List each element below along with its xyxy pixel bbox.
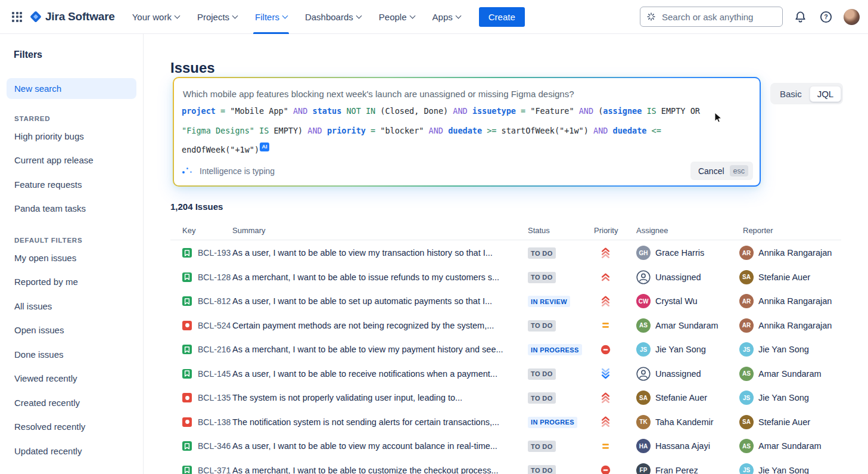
issue-row-bcl-135[interactable]: BCL-135The system is not properly valida… <box>170 386 841 410</box>
priority-highest-icon <box>601 247 636 259</box>
person-name: Stefanie Auer <box>758 272 810 282</box>
assignee-cell: FPFran Perez <box>636 463 739 474</box>
sidebar-item-created-recently[interactable]: Created recently <box>0 391 143 415</box>
column-header-status: Status <box>528 226 550 235</box>
column-header-reporter: Reporter <box>743 226 773 235</box>
avatar: SA <box>636 391 651 405</box>
priority-lowest-icon <box>601 368 636 379</box>
avatar: AR <box>739 246 754 260</box>
mode-option-basic[interactable]: Basic <box>772 86 810 102</box>
sidebar-item-my-open-issues[interactable]: My open issues <box>0 246 143 270</box>
cancel-button[interactable]: Cancel esc <box>690 162 753 180</box>
sidebar-item-viewed-recently[interactable]: Viewed recently <box>0 367 143 391</box>
nav-item-filters[interactable]: Filters <box>246 0 296 34</box>
sidebar-title: Filters <box>14 49 143 60</box>
mode-option-jql[interactable]: JQL <box>810 86 842 102</box>
issue-summary: As a merchant, I want to be able to view… <box>232 345 528 354</box>
nav-item-apps[interactable]: Apps <box>424 0 469 34</box>
person-name: Annika Rangarajan <box>758 248 832 258</box>
key-cell: BCL-135 <box>182 393 232 402</box>
jql-line: endOfWeek("+1w")AI <box>182 140 750 160</box>
assignee-cell: CWCrystal Wu <box>636 294 739 308</box>
sidebar-item-high-priority-bugs[interactable]: High priority bugs <box>0 124 143 148</box>
issue-count: 1,204 Issues <box>170 202 223 212</box>
sidebar-item-new-search[interactable]: New search <box>7 78 136 99</box>
nav-item-people[interactable]: People <box>370 0 424 34</box>
natural-language-prompt: Which mobile app features blocking next … <box>183 89 750 99</box>
issue-summary: The notification system is not sending a… <box>232 417 528 427</box>
priority-medium-icon <box>601 441 636 451</box>
avatar: SA <box>739 415 754 429</box>
issue-row-bcl-216[interactable]: BCL-216As a merchant, I want to be able … <box>170 337 841 362</box>
assignee-cell: JSJie Yan Song <box>636 342 739 357</box>
person-name: Taha Kandemir <box>655 417 714 427</box>
nav-item-your-work[interactable]: Your work <box>123 0 188 34</box>
issue-row-bcl-524[interactable]: BCL-524Certain payment methods are not b… <box>170 314 841 338</box>
user-avatar[interactable] <box>844 9 860 25</box>
global-search[interactable] <box>640 7 783 27</box>
bug-type-icon <box>182 417 192 427</box>
nav-item-dashboards[interactable]: Dashboards <box>296 0 370 34</box>
issue-summary: Certain payment methods are not being re… <box>232 321 528 330</box>
issue-row-bcl-346[interactable]: BCL-346As a user, I want to be able to v… <box>170 434 841 458</box>
app-switcher-icon[interactable] <box>12 12 22 22</box>
help-button[interactable]: ? <box>818 9 834 25</box>
issue-key: BCL-346 <box>198 441 231 451</box>
jql-editor[interactable]: Which mobile app features blocking next … <box>174 78 760 185</box>
chevron-down-icon <box>174 13 180 18</box>
sidebar-item-open-issues[interactable]: Open issues <box>0 318 143 343</box>
issue-summary: As a user, I want to be able to view my … <box>232 441 528 451</box>
assignee-cell: TKTaha Kandemir <box>636 415 739 429</box>
search-input[interactable] <box>661 11 776 23</box>
person-name: Annika Rangarajan <box>758 296 832 306</box>
sidebar-item-resolved-recently[interactable]: Resolved recently <box>0 415 143 439</box>
nav-item-label: Projects <box>197 12 229 22</box>
notifications-button[interactable] <box>792 9 808 25</box>
issue-key: BCL-135 <box>198 393 231 402</box>
sidebar-item-done-issues[interactable]: Done issues <box>0 342 143 367</box>
jira-diamond-icon <box>30 11 42 23</box>
issue-key: BCL-216 <box>198 345 231 354</box>
sidebar-item-feature-requests[interactable]: Feature requests <box>0 172 143 197</box>
jql-code: project = "Mobile App" AND status NOT IN… <box>182 101 750 160</box>
sidebar-item-current-app-release[interactable]: Current app release <box>0 148 143 173</box>
key-cell: BCL-138 <box>182 417 232 427</box>
sidebar-item-reported-by-me[interactable]: Reported by me <box>0 270 143 295</box>
person-name: Amar Sundaram <box>758 441 822 451</box>
reporter-cell: JSJie Yan Song <box>739 391 841 405</box>
status-badge: TO DO <box>528 465 556 474</box>
ai-cursor-badge: AI <box>260 142 269 151</box>
reporter-cell: ARAnnika Rangarajan <box>739 294 841 308</box>
issue-row-bcl-128[interactable]: BCL-128As a merchant, I want to be able … <box>170 265 841 290</box>
issue-row-bcl-812[interactable]: BCL-812As a user, I want to be able to s… <box>170 289 841 314</box>
issue-key: BCL-138 <box>198 417 231 427</box>
issue-row-bcl-138[interactable]: BCL-138The notification system is not se… <box>170 410 841 435</box>
sidebar-item-updated-recently[interactable]: Updated recently <box>0 439 143 463</box>
status-badge: TO DO <box>528 320 556 332</box>
reporter-cell: ARAnnika Rangarajan <box>739 318 841 333</box>
issue-key: BCL-145 <box>198 369 231 379</box>
reporter-cell: ARAnnika Rangarajan <box>739 246 841 260</box>
sidebar-item-all-issues[interactable]: All issues <box>0 294 143 318</box>
avatar: SA <box>739 270 754 284</box>
esc-key-badge: esc <box>730 165 748 176</box>
nav-item-label: Apps <box>433 12 453 22</box>
sidebar-item-panda-team-tasks[interactable]: Panda team tasks <box>0 197 143 221</box>
priority-highest-icon <box>601 392 636 404</box>
issue-row-bcl-371[interactable]: BCL-371As a merchant, I want to be able … <box>170 458 841 474</box>
issue-row-bcl-145[interactable]: BCL-145As a user, I want to be able to r… <box>170 362 841 386</box>
basic-jql-toggle: BasicJQL <box>770 83 843 104</box>
create-button[interactable]: Create <box>479 7 525 27</box>
ai-sparkle-icon <box>646 11 656 22</box>
table-header: KeySummaryStatusPriorityAssigneeReporter <box>170 225 841 240</box>
status-badge: IN PROGRESS <box>528 344 582 355</box>
jira-logo-text: Jira Software <box>45 10 115 23</box>
avatar: FP <box>636 463 651 474</box>
assignee-cell: SAStefanie Auer <box>636 391 739 405</box>
priority-high-icon <box>601 272 636 282</box>
jira-logo[interactable]: Jira Software <box>32 10 115 23</box>
nav-item-projects[interactable]: Projects <box>188 0 246 34</box>
chevron-down-icon <box>455 13 461 18</box>
page-title: Issues <box>170 60 215 76</box>
issue-row-bcl-193[interactable]: BCL-193As a user, I want to be able to v… <box>170 241 841 265</box>
